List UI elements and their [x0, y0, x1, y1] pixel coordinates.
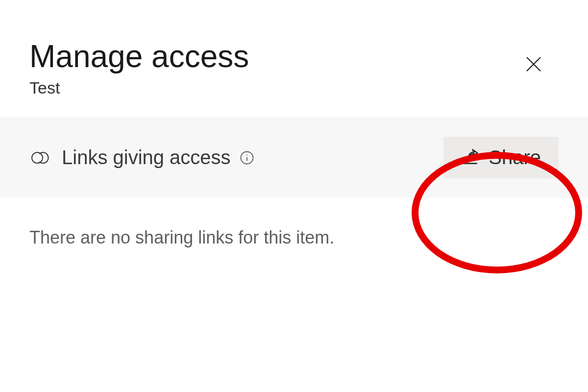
info-icon[interactable] [240, 150, 254, 165]
share-icon [461, 148, 481, 168]
svg-point-4 [246, 154, 247, 155]
links-section-heading: Links giving access [62, 147, 231, 169]
manage-access-panel: Manage access Test Links giving access [0, 0, 588, 392]
links-section-bar: Links giving access Share [0, 117, 588, 198]
panel-title: Manage access [29, 39, 249, 74]
share-button[interactable]: Share [443, 137, 559, 178]
title-block: Manage access Test [29, 39, 249, 98]
links-section-heading-group: Links giving access [29, 147, 254, 169]
close-button[interactable] [518, 49, 549, 81]
empty-state-message: There are no sharing links for this item… [0, 198, 588, 277]
item-name: Test [29, 78, 249, 98]
panel-header: Manage access Test [0, 0, 588, 117]
link-icon [29, 148, 53, 168]
close-icon [523, 54, 544, 74]
share-button-label: Share [489, 147, 541, 169]
svg-point-2 [32, 152, 43, 163]
